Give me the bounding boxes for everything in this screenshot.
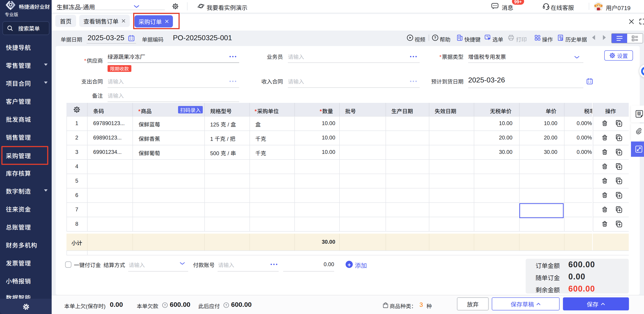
svg-text:?: ? <box>434 36 436 40</box>
svg-text:草: 草 <box>637 110 642 117</box>
svg-text:?: ? <box>164 304 166 307</box>
svg-text:?: ? <box>225 304 227 307</box>
